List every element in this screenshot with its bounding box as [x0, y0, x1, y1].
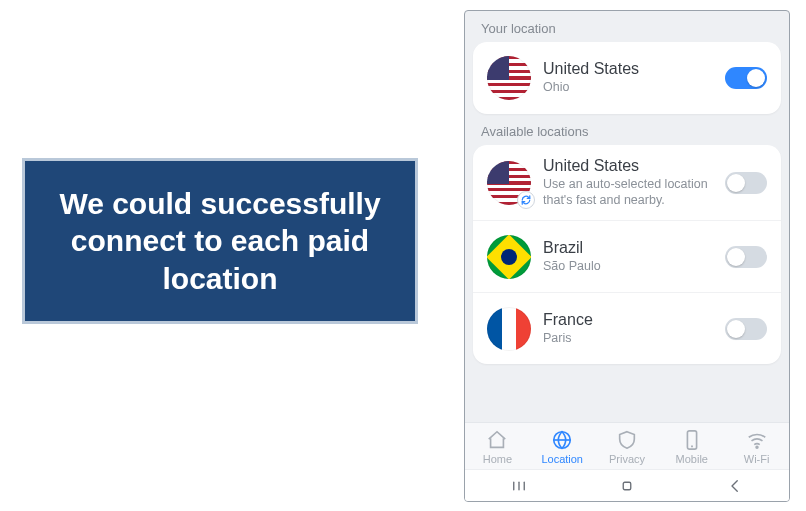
available-toggle-0[interactable] — [725, 172, 767, 194]
nav-home-label: Home — [483, 453, 512, 465]
nav-mobile[interactable]: Mobile — [662, 429, 722, 465]
svg-point-3 — [756, 446, 758, 448]
system-nav-bar — [465, 469, 789, 501]
current-location-card: United States Ohio — [473, 42, 781, 114]
caption-text: We could successfully connect to each pa… — [45, 185, 395, 298]
flag-us-icon — [487, 56, 531, 100]
available-locations-label: Available locations — [465, 114, 789, 145]
nav-location[interactable]: Location — [532, 429, 592, 465]
flag-fr-icon — [487, 307, 531, 351]
globe-icon — [551, 429, 573, 451]
bottom-nav: Home Location Privacy Mobile Wi-Fi — [465, 422, 789, 469]
current-location-toggle[interactable] — [725, 67, 767, 89]
available-toggle-2[interactable] — [725, 318, 767, 340]
current-location-text: United States Ohio — [543, 60, 713, 96]
system-recents-button[interactable] — [489, 477, 549, 495]
available-title-1: Brazil — [543, 239, 713, 257]
nav-location-label: Location — [541, 453, 583, 465]
nav-wifi[interactable]: Wi-Fi — [727, 429, 787, 465]
available-title-0: United States — [543, 157, 713, 175]
available-row-france[interactable]: France Paris — [473, 292, 781, 364]
system-back-button[interactable] — [705, 477, 765, 495]
your-location-label: Your location — [465, 11, 789, 42]
mobile-icon — [681, 429, 703, 451]
current-location-title: United States — [543, 60, 713, 78]
available-subtitle-1: São Paulo — [543, 259, 713, 275]
svg-rect-7 — [623, 482, 631, 490]
nav-privacy-label: Privacy — [609, 453, 645, 465]
shield-icon — [616, 429, 638, 451]
available-row-us-auto[interactable]: United States Use an auto-selected locat… — [473, 145, 781, 220]
flag-us-auto-icon — [487, 161, 531, 205]
available-row-brazil[interactable]: Brazil São Paulo — [473, 220, 781, 292]
nav-wifi-label: Wi-Fi — [744, 453, 770, 465]
wifi-icon — [746, 429, 768, 451]
nav-mobile-label: Mobile — [676, 453, 708, 465]
available-title-2: France — [543, 311, 713, 329]
app-panel: Your location United States Ohio Availab… — [464, 10, 790, 502]
current-location-row[interactable]: United States Ohio — [473, 42, 781, 114]
available-subtitle-2: Paris — [543, 331, 713, 347]
caption-box: We could successfully connect to each pa… — [22, 158, 418, 324]
auto-badge-icon — [517, 191, 535, 209]
nav-home[interactable]: Home — [467, 429, 527, 465]
flag-br-icon — [487, 235, 531, 279]
current-location-subtitle: Ohio — [543, 80, 713, 96]
system-home-button[interactable] — [597, 477, 657, 495]
home-icon — [486, 429, 508, 451]
available-locations-card: United States Use an auto-selected locat… — [473, 145, 781, 364]
available-toggle-1[interactable] — [725, 246, 767, 268]
nav-privacy[interactable]: Privacy — [597, 429, 657, 465]
available-subtitle-0: Use an auto-selected location that's fas… — [543, 177, 713, 208]
